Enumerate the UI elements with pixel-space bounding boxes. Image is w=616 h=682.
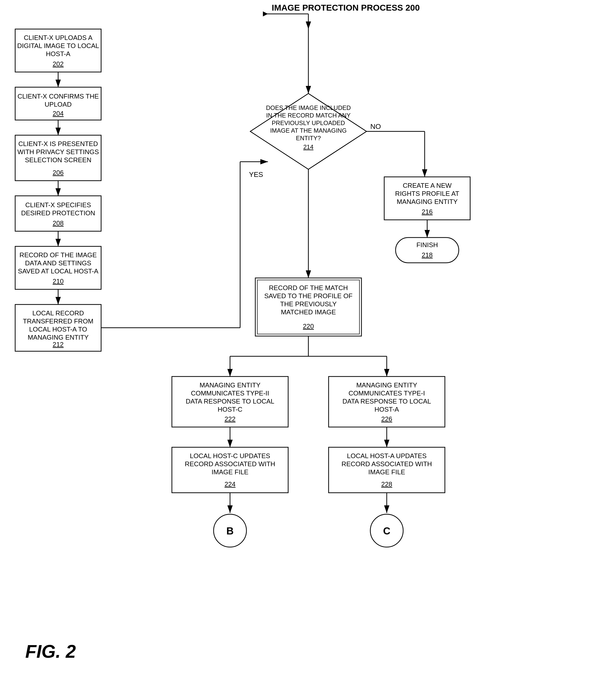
svg-text:DESIRED PROTECTION: DESIRED PROTECTION (21, 209, 95, 217)
svg-text:LOCAL HOST-C UPDATES: LOCAL HOST-C UPDATES (190, 452, 270, 460)
svg-text:HOST-A: HOST-A (375, 406, 399, 413)
svg-text:CLIENT-X SPECIFIES: CLIENT-X SPECIFIES (25, 201, 91, 209)
svg-text:LOCAL RECORD: LOCAL RECORD (32, 309, 84, 317)
svg-text:DIGITAL IMAGE TO LOCAL: DIGITAL IMAGE TO LOCAL (17, 42, 99, 49)
svg-marker-3 (263, 12, 268, 17)
no-label: NO (370, 122, 381, 130)
svg-text:SAVED AT LOCAL HOST-A: SAVED AT LOCAL HOST-A (18, 267, 98, 275)
svg-text:RECORD OF THE IMAGE: RECORD OF THE IMAGE (20, 251, 97, 259)
diagram-container: IMAGE PROTECTION PROCESS 200 CLIENT-X UP… (0, 0, 616, 682)
svg-text:IMAGE FILE: IMAGE FILE (368, 468, 405, 476)
svg-text:LOCAL HOST-A TO: LOCAL HOST-A TO (29, 325, 87, 333)
svg-text:MATCHED IMAGE: MATCHED IMAGE (281, 308, 336, 316)
svg-text:MANAGING ENTITY: MANAGING ENTITY (199, 381, 260, 389)
svg-text:RECORD ASSOCIATED WITH: RECORD ASSOCIATED WITH (342, 460, 432, 468)
svg-text:FINISH: FINISH (416, 241, 438, 249)
svg-text:SELECTION SCREEN: SELECTION SCREEN (25, 156, 91, 164)
svg-text:LOCAL HOST-A UPDATES: LOCAL HOST-A UPDATES (347, 452, 427, 460)
svg-text:SAVED TO THE PROFILE OF: SAVED TO THE PROFILE OF (264, 292, 352, 300)
svg-text:ENTITY?: ENTITY? (296, 135, 321, 141)
svg-text:HOST-C: HOST-C (218, 406, 242, 413)
flowchart-svg: IMAGE PROTECTION PROCESS 200 CLIENT-X UP… (0, 0, 616, 682)
svg-text:WITH PRIVACY SETTINGS: WITH PRIVACY SETTINGS (18, 148, 99, 156)
svg-text:DATA RESPONSE TO LOCAL: DATA RESPONSE TO LOCAL (186, 397, 274, 405)
b-label: B (226, 525, 234, 537)
svg-text:HOST-A: HOST-A (46, 50, 70, 58)
svg-text:212: 212 (52, 341, 63, 348)
svg-text:224: 224 (224, 480, 235, 488)
figure-label: FIG. 2 (25, 641, 76, 662)
svg-text:RECORD ASSOCIATED WITH: RECORD ASSOCIATED WITH (185, 460, 275, 468)
yes-label: YES (249, 170, 263, 178)
c-label: C (383, 525, 391, 537)
svg-text:IMAGE FILE: IMAGE FILE (212, 468, 248, 476)
svg-text:CREATE A NEW: CREATE A NEW (403, 182, 452, 189)
svg-text:PREVIOUSLY UPLOADED: PREVIOUSLY UPLOADED (272, 119, 345, 126)
title-text: IMAGE PROTECTION PROCESS 200 (272, 3, 420, 13)
svg-text:THE PREVIOUSLY: THE PREVIOUSLY (280, 300, 336, 308)
svg-text:CLIENT-X UPLOADS A: CLIENT-X UPLOADS A (24, 34, 92, 41)
svg-text:RECORD OF THE MATCH: RECORD OF THE MATCH (269, 284, 348, 292)
svg-text:DOES THE IMAGE INCLUDED: DOES THE IMAGE INCLUDED (266, 104, 351, 111)
svg-text:214: 214 (303, 143, 313, 150)
svg-text:202: 202 (52, 60, 63, 68)
svg-text:208: 208 (52, 219, 63, 227)
svg-text:IMAGE AT THE MANAGING: IMAGE AT THE MANAGING (270, 127, 347, 134)
svg-text:204: 204 (52, 110, 63, 117)
svg-text:218: 218 (422, 251, 433, 259)
svg-text:COMMUNICATES TYPE-I: COMMUNICATES TYPE-I (349, 389, 425, 397)
svg-text:228: 228 (381, 480, 392, 488)
svg-text:216: 216 (422, 208, 433, 215)
svg-text:UPLOAD: UPLOAD (45, 100, 72, 108)
svg-text:DATA RESPONSE TO LOCAL: DATA RESPONSE TO LOCAL (343, 397, 431, 405)
svg-text:TRANSFERRED FROM: TRANSFERRED FROM (23, 317, 93, 325)
svg-text:CLIENT-X IS PRESENTED: CLIENT-X IS PRESENTED (19, 140, 98, 147)
svg-text:MANAGING ENTITY: MANAGING ENTITY (27, 334, 88, 341)
svg-text:RIGHTS PROFILE AT: RIGHTS PROFILE AT (395, 190, 459, 197)
svg-text:210: 210 (52, 277, 63, 285)
svg-text:MANAGING ENTITY: MANAGING ENTITY (356, 381, 417, 389)
svg-text:COMMUNICATES TYPE-II: COMMUNICATES TYPE-II (191, 389, 269, 397)
svg-text:220: 220 (303, 322, 314, 330)
svg-text:DATA AND SETTINGS: DATA AND SETTINGS (25, 259, 91, 267)
svg-text:CLIENT-X CONFIRMS THE: CLIENT-X CONFIRMS THE (18, 92, 99, 100)
svg-text:MANAGING ENTITY: MANAGING ENTITY (397, 198, 458, 205)
svg-text:226: 226 (381, 415, 392, 423)
svg-text:222: 222 (224, 415, 235, 423)
svg-text:206: 206 (52, 169, 63, 176)
svg-text:IN THE RECORD MATCH ANY: IN THE RECORD MATCH ANY (266, 112, 351, 119)
